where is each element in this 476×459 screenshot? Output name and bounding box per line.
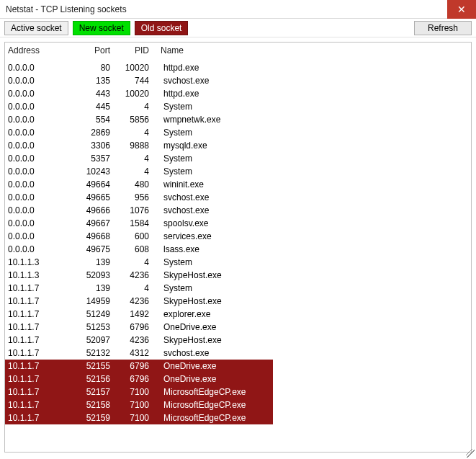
cell-port: 52097: [77, 334, 119, 347]
socket-table-pane[interactable]: Address Port PID Name 0.0.0.08010020http…: [4, 42, 472, 453]
cell-address: 0.0.0.0: [5, 243, 77, 256]
table-row[interactable]: 10.1.1.7521597100MicrosoftEdgeCP.exe: [5, 411, 471, 424]
table-row[interactable]: 10.1.1.7149594236SkypeHost.exe: [5, 295, 471, 308]
cell-port: 554: [77, 113, 119, 126]
cell-port: 52155: [77, 360, 119, 373]
cell-port: 52159: [77, 411, 119, 424]
table-row[interactable]: 10.1.1.7512536796OneDrive.exe: [5, 321, 471, 334]
cell-name: svchost.exe: [158, 204, 471, 217]
cell-address: 0.0.0.0: [5, 139, 77, 152]
cell-pid: 7100: [119, 411, 158, 424]
refresh-button[interactable]: Refresh: [414, 21, 472, 35]
table-row[interactable]: 0.0.0.0496661076svchost.exe: [5, 204, 471, 217]
cell-name: lsass.exe: [158, 243, 471, 256]
cell-port: 3306: [77, 139, 119, 152]
table-row[interactable]: 0.0.0.053574System: [5, 152, 471, 165]
cell-address: 0.0.0.0: [5, 165, 77, 178]
cell-address: 10.1.1.7: [5, 308, 77, 321]
cell-name: MicrosoftEdgeCP.exe: [158, 398, 471, 411]
cell-pid: 1584: [119, 217, 158, 230]
table-row[interactable]: 10.1.1.7521556796OneDrive.exe: [5, 360, 471, 373]
col-header-name[interactable]: Name: [158, 43, 471, 61]
cell-name: spoolsv.exe: [158, 217, 471, 230]
legend-old-socket[interactable]: Old socket: [135, 21, 189, 35]
cell-port: 52156: [77, 373, 119, 386]
table-row[interactable]: 0.0.0.028694System: [5, 126, 471, 139]
cell-name: System: [158, 152, 471, 165]
cell-name: OneDrive.exe: [158, 373, 471, 386]
cell-pid: 4: [119, 165, 158, 178]
cell-address: 0.0.0.0: [5, 126, 77, 139]
resize-grip-icon[interactable]: [466, 449, 475, 458]
table-row[interactable]: 10.1.1.7520974236SkypeHost.exe: [5, 334, 471, 347]
cell-pid: 1492: [119, 308, 158, 321]
table-row[interactable]: 0.0.0.0102434System: [5, 165, 471, 178]
table-row[interactable]: 0.0.0.04454System: [5, 100, 471, 113]
cell-address: 10.1.1.3: [5, 256, 77, 269]
table-row[interactable]: 10.1.1.7521324312svchost.exe: [5, 347, 471, 360]
cell-pid: 9888: [119, 139, 158, 152]
table-row[interactable]: 0.0.0.044310020httpd.exe: [5, 87, 471, 100]
cell-pid: 480: [119, 178, 158, 191]
cell-port: 135: [77, 74, 119, 87]
cell-address: 0.0.0.0: [5, 152, 77, 165]
table-row[interactable]: 0.0.0.08010020httpd.exe: [5, 61, 471, 74]
cell-name: wmpnetwk.exe: [158, 113, 471, 126]
cell-port: 49667: [77, 217, 119, 230]
cell-pid: 4: [119, 152, 158, 165]
table-row[interactable]: 10.1.1.31394System: [5, 256, 471, 269]
cell-address: 10.1.1.3: [5, 269, 77, 282]
table-row[interactable]: 0.0.0.049668600services.exe: [5, 230, 471, 243]
cell-port: 10243: [77, 165, 119, 178]
cell-address: 10.1.1.7: [5, 334, 77, 347]
cell-name: System: [158, 282, 471, 295]
cell-port: 52093: [77, 269, 119, 282]
table-row[interactable]: 10.1.1.3520934236SkypeHost.exe: [5, 269, 471, 282]
cell-pid: 956: [119, 191, 158, 204]
table-row[interactable]: 0.0.0.049665956svchost.exe: [5, 191, 471, 204]
window-close-button[interactable]: ✕: [447, 0, 476, 19]
cell-address: 0.0.0.0: [5, 87, 77, 100]
cell-address: 10.1.1.7: [5, 360, 77, 373]
cell-port: 49675: [77, 243, 119, 256]
col-header-port[interactable]: Port: [77, 43, 119, 61]
legend-new-socket[interactable]: New socket: [73, 21, 130, 35]
table-row[interactable]: 10.1.1.7521566796OneDrive.exe: [5, 373, 471, 386]
cell-address: 0.0.0.0: [5, 113, 77, 126]
table-header-row: Address Port PID Name: [5, 43, 471, 61]
cell-name: MicrosoftEdgeCP.exe: [158, 386, 471, 398]
cell-port: 80: [77, 61, 119, 74]
cell-port: 52158: [77, 398, 119, 411]
cell-address: 10.1.1.7: [5, 321, 77, 334]
cell-pid: 6796: [119, 321, 158, 334]
table-row[interactable]: 0.0.0.05545856wmpnetwk.exe: [5, 113, 471, 126]
cell-address: 0.0.0.0: [5, 217, 77, 230]
window-title: Netstat - TCP Listening sockets: [6, 4, 127, 14]
cell-address: 0.0.0.0: [5, 204, 77, 217]
cell-address: 10.1.1.7: [5, 347, 77, 360]
cell-pid: 4236: [119, 334, 158, 347]
col-header-address[interactable]: Address: [5, 43, 77, 61]
cell-pid: 7100: [119, 386, 158, 398]
cell-pid: 4: [119, 100, 158, 113]
cell-port: 52132: [77, 347, 119, 360]
col-header-pid[interactable]: PID: [119, 43, 158, 61]
table-row[interactable]: 10.1.1.7521577100MicrosoftEdgeCP.exe: [5, 386, 471, 398]
table-row[interactable]: 0.0.0.0496671584spoolsv.exe: [5, 217, 471, 230]
legend-active-socket[interactable]: Active socket: [4, 21, 68, 35]
table-row[interactable]: 10.1.1.7512491492explorer.exe: [5, 308, 471, 321]
table-row[interactable]: 10.1.1.7521587100MicrosoftEdgeCP.exe: [5, 398, 471, 411]
table-row[interactable]: 0.0.0.049675608lsass.exe: [5, 243, 471, 256]
table-row[interactable]: 0.0.0.033069888mysqld.exe: [5, 139, 471, 152]
cell-port: 51249: [77, 308, 119, 321]
table-row[interactable]: 0.0.0.0135744svchost.exe: [5, 74, 471, 87]
cell-address: 10.1.1.7: [5, 398, 77, 411]
cell-address: 10.1.1.7: [5, 295, 77, 308]
cell-name: svchost.exe: [158, 191, 471, 204]
table-row[interactable]: 10.1.1.71394System: [5, 282, 471, 295]
cell-name: OneDrive.exe: [158, 360, 471, 373]
cell-address: 0.0.0.0: [5, 61, 77, 74]
table-row[interactable]: 0.0.0.049664480wininit.exe: [5, 178, 471, 191]
cell-address: 0.0.0.0: [5, 230, 77, 243]
cell-name: svchost.exe: [158, 347, 471, 360]
